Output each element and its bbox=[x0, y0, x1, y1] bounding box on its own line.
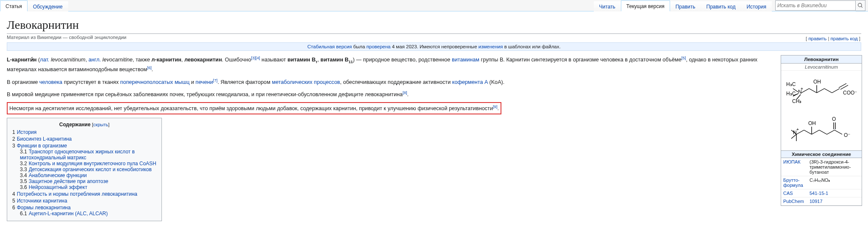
toc-item: 3Функции в организме3.1Транспорт одноцеп… bbox=[12, 143, 156, 190]
tab-edit-source[interactable]: Править код bbox=[701, 1, 741, 11]
ref-link[interactable]: [9] bbox=[493, 104, 498, 109]
svg-line-21 bbox=[819, 130, 827, 134]
lang-lat-link[interactable]: лат. bbox=[40, 57, 49, 63]
svg-line-3 bbox=[824, 89, 832, 93]
tab-edit[interactable]: Править bbox=[670, 1, 701, 11]
ref-link[interactable]: [4] bbox=[256, 56, 260, 60]
toc-link[interactable]: 3.1Транспорт одноцепочечных жирных кисло… bbox=[20, 149, 135, 161]
svg-line-23 bbox=[835, 130, 842, 134]
toc-item: 2Биосинтез L-карнитина bbox=[12, 136, 156, 142]
toc-link[interactable]: 4Потребность и нормы потребления левокар… bbox=[12, 191, 137, 197]
vitamins-link[interactable]: витаминам bbox=[452, 57, 479, 63]
toc-link[interactable]: 3Функции в организме bbox=[12, 143, 67, 149]
ref-link[interactable]: [5] bbox=[682, 56, 686, 60]
infobox-key-link[interactable]: CAS bbox=[783, 191, 793, 196]
ref-link[interactable]: [8] bbox=[403, 90, 407, 95]
toc-toggle[interactable]: скрыть bbox=[93, 122, 108, 127]
toc-item: 3.3Детоксикация органических кислот и кс… bbox=[20, 167, 156, 172]
infobox-value: 10917 bbox=[807, 197, 862, 205]
infobox: Левокарнитин Levocarnitinum bbox=[781, 55, 862, 206]
infobox-value: C₇H₁₅NO₃ bbox=[807, 176, 862, 189]
infobox-latin: Levocarnitinum bbox=[781, 64, 862, 71]
infobox-value-link[interactable]: 10917 bbox=[810, 199, 823, 204]
paragraph: В мировой медицине применяется при серьё… bbox=[7, 90, 772, 99]
ref-link[interactable]: [3] bbox=[251, 56, 256, 60]
toc-link[interactable]: 5Источники карнитина bbox=[12, 198, 67, 204]
infobox-key-link[interactable]: PubChem bbox=[783, 199, 804, 204]
toc-item: 1История bbox=[12, 129, 156, 135]
metabolic-link[interactable]: метаболических процессов bbox=[272, 79, 340, 85]
edit-source-link[interactable]: править код bbox=[831, 36, 858, 41]
tab-current-version[interactable]: Текущая версия bbox=[621, 0, 670, 11]
toc-link[interactable]: 6Формы левокарнитина bbox=[12, 205, 71, 211]
toc-item: 6.1Ацетил-L-карнитин (ALC, ALCAR) bbox=[20, 211, 156, 217]
svg-line-22 bbox=[827, 130, 835, 134]
svg-text:OH: OH bbox=[808, 120, 816, 126]
infobox-title: Левокарнитин bbox=[781, 56, 862, 64]
toc-item: 5Источники карнитина bbox=[12, 198, 156, 204]
tab-bar: Статья Обсуждение Читать Текущая версия … bbox=[0, 0, 868, 11]
toc-link[interactable]: 3.4Анаболические функции bbox=[20, 172, 87, 178]
svg-text:H₃C: H₃C bbox=[786, 81, 796, 87]
tab-read[interactable]: Читать bbox=[594, 1, 621, 11]
stable-version-banner: Стабильная версия была проверена 4 мая 2… bbox=[7, 42, 861, 51]
infobox-value: (3R)-3-гидрокси-4-триметиламмонио-бутано… bbox=[807, 158, 862, 176]
changes-link[interactable]: изменения bbox=[479, 44, 503, 49]
svg-line-19 bbox=[804, 130, 812, 134]
toc-link[interactable]: 6.1Ацетил-L-карнитин (ALC, ALCAR) bbox=[20, 211, 108, 217]
table-of-contents: Содержание [скрыть] 1История2Биосинтез L… bbox=[7, 118, 162, 221]
infobox-row: ИЮПАК(3R)-3-гидрокси-4-триметиламмонио-б… bbox=[781, 158, 862, 176]
infobox-row: CAS541-15-1 bbox=[781, 189, 862, 197]
page-title: Левокарнитин bbox=[7, 18, 861, 34]
highlighted-paragraph: Несмотря на десятилетия исследований, не… bbox=[7, 102, 772, 114]
toc-link[interactable]: 3.3Детоксикация органических кислот и кс… bbox=[20, 167, 152, 172]
infobox-key-link[interactable]: ИЮПАК bbox=[783, 159, 801, 164]
toc-link[interactable]: 1История bbox=[12, 129, 36, 135]
search-input[interactable] bbox=[775, 0, 856, 11]
tab-talk[interactable]: Обсуждение bbox=[28, 1, 68, 11]
tab-article[interactable]: Статья bbox=[0, 0, 28, 11]
toc-item: 3.6Нейрозащитный эффект bbox=[20, 184, 156, 190]
toc-item: 6Формы левокарнитина6.1Ацетил-L-карнитин… bbox=[12, 205, 156, 217]
toc-item: 3.5Защитное действие при апоптозе bbox=[20, 178, 156, 184]
toc-link[interactable]: 3.5Защитное действие при апоптозе bbox=[20, 178, 108, 184]
paragraph: В организме человека присутствует в ткан… bbox=[7, 78, 772, 86]
toc-item: 3.4Анаболические функции bbox=[20, 172, 156, 178]
striated-muscle-link[interactable]: поперечнополосатых мышц bbox=[120, 79, 190, 85]
infobox-key-link[interactable]: Брутто-формула bbox=[783, 178, 803, 188]
svg-line-2 bbox=[817, 89, 824, 93]
toc-item: 3.1Транспорт одноцепочечных жирных кисло… bbox=[20, 149, 156, 161]
section-edit-links: [ править | править код ] bbox=[806, 36, 860, 41]
reviewed-link[interactable]: проверена bbox=[367, 44, 391, 49]
svg-text:O: O bbox=[832, 116, 836, 122]
toc-heading: Содержание bbox=[59, 122, 91, 128]
ref-link[interactable]: [7] bbox=[213, 78, 218, 83]
svg-line-4 bbox=[832, 89, 840, 93]
tab-history[interactable]: История bbox=[741, 1, 772, 11]
svg-line-1 bbox=[809, 89, 817, 93]
liver-link[interactable]: печени bbox=[195, 79, 213, 85]
toc-link[interactable]: 3.2Контроль и модуляция внутриклеточного… bbox=[20, 161, 156, 167]
infobox-structure-image: H₃C H₃C N + CH₃ OH COO⁻ bbox=[781, 71, 862, 150]
svg-text:+: + bbox=[796, 127, 799, 132]
coenzyme-a-link[interactable]: кофермента A bbox=[452, 79, 488, 85]
ref-link[interactable]: [6] bbox=[147, 65, 152, 70]
human-link[interactable]: человека bbox=[39, 79, 62, 85]
infobox-row: Брутто-формулаC₇H₁₅NO₃ bbox=[781, 176, 862, 189]
svg-text:COO⁻: COO⁻ bbox=[843, 90, 857, 96]
stable-version-link[interactable]: Стабильная версия bbox=[307, 44, 352, 49]
toc-item: 3.2Контроль и модуляция внутриклеточного… bbox=[20, 161, 156, 167]
infobox-value: 541-15-1 bbox=[807, 189, 862, 197]
infobox-row: PubChem10917 bbox=[781, 197, 862, 205]
site-sub: Материал из Википедии — свободной энцикл… bbox=[7, 35, 861, 40]
toc-link[interactable]: 2Биосинтез L-карнитина bbox=[12, 136, 72, 142]
svg-text:OH: OH bbox=[813, 79, 821, 85]
edit-link[interactable]: править bbox=[808, 36, 826, 41]
infobox-value-link[interactable]: 541-15-1 bbox=[810, 191, 828, 196]
svg-text:O⁻: O⁻ bbox=[844, 132, 850, 138]
search-button[interactable] bbox=[856, 0, 865, 11]
search-box bbox=[775, 0, 865, 11]
toc-link[interactable]: 3.6Нейрозащитный эффект bbox=[20, 184, 87, 190]
infobox-section: Химическое соединение bbox=[781, 150, 862, 158]
lang-en-link[interactable]: англ. bbox=[89, 57, 101, 63]
